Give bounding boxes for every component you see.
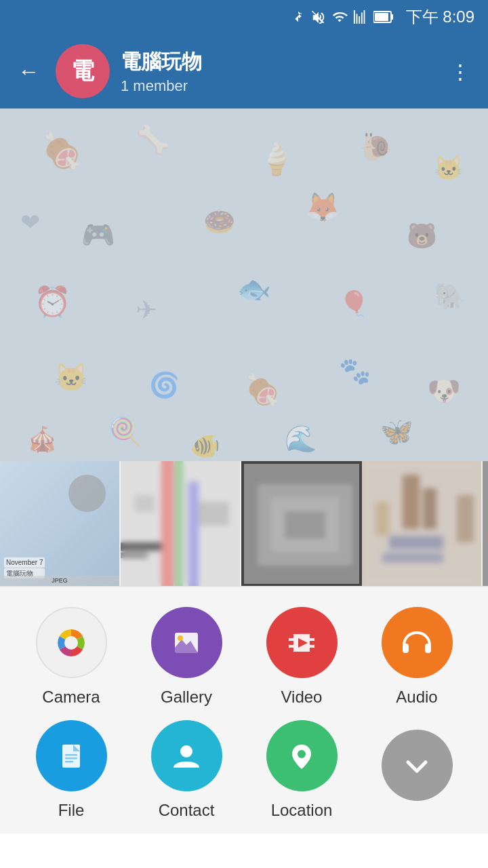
- photo-strip[interactable]: November 7 電腦玩物 JPEG: [0, 461, 488, 587]
- contact-button[interactable]: Contact: [134, 720, 239, 820]
- photo-thumb-3[interactable]: [241, 461, 362, 587]
- svg-rect-68: [65, 754, 77, 756]
- svg-rect-60: [310, 648, 314, 652]
- video-button[interactable]: Video: [249, 607, 354, 707]
- more-button[interactable]: [365, 730, 470, 810]
- camera-button[interactable]: Camera: [19, 607, 124, 707]
- video-label: Video: [281, 688, 323, 707]
- thumb-circle: [68, 475, 106, 512]
- svg-text:🐱: 🐱: [434, 154, 464, 182]
- file-icon-circle: [36, 720, 107, 791]
- svg-text:🎮: 🎮: [81, 218, 115, 251]
- status-bar: 下午 8:09: [0, 0, 488, 34]
- contact-icon: [167, 736, 206, 776]
- svg-point-75: [397, 746, 436, 785]
- camera-label: Camera: [42, 688, 100, 707]
- svg-rect-59: [310, 641, 314, 645]
- svg-rect-56: [289, 641, 293, 645]
- chat-title: 電腦玩物: [121, 48, 434, 76]
- svg-text:🍖: 🍖: [41, 131, 83, 172]
- gallery-button[interactable]: Gallery: [134, 607, 239, 707]
- svg-text:✈: ✈: [136, 296, 157, 324]
- header-info: 電腦玩物 1 member: [121, 48, 434, 95]
- wifi-icon: [331, 9, 348, 24]
- svg-text:🎈: 🎈: [339, 289, 369, 318]
- chat-area: 🍖 🦴 🍦 🐌 🐱 ❤ 🎮 🍩 🦊 🐻 ⏰ ✈ 🐟 🎈 🐘 🐱 🌀 🍖 🐾 🐶 …: [0, 108, 488, 461]
- location-icon-circle: [266, 720, 338, 791]
- action-row-2: File Contact: [14, 720, 474, 820]
- svg-text:🐾: 🐾: [339, 355, 371, 387]
- gallery-label: Gallery: [161, 688, 212, 707]
- video-icon: [282, 623, 321, 663]
- file-button[interactable]: File: [19, 720, 124, 820]
- avatar[interactable]: 電: [56, 44, 110, 98]
- svg-text:🦴: 🦴: [136, 123, 169, 156]
- back-button[interactable]: ←: [12, 54, 45, 90]
- photo-thumb-4[interactable]: [362, 461, 483, 587]
- gallery-icon-circle: [151, 607, 222, 678]
- svg-text:🦋: 🦋: [380, 415, 413, 448]
- svg-text:🎪: 🎪: [27, 425, 58, 454]
- svg-point-48: [64, 636, 78, 650]
- svg-text:🌀: 🌀: [149, 370, 180, 399]
- svg-text:🍭: 🍭: [108, 415, 142, 448]
- svg-text:❤: ❤: [20, 209, 40, 235]
- location-button[interactable]: Location: [249, 720, 354, 820]
- status-time: 下午 8:09: [406, 6, 474, 28]
- svg-text:🐠: 🐠: [190, 431, 220, 460]
- file-label: File: [58, 801, 85, 820]
- more-button[interactable]: ⋮: [445, 54, 476, 89]
- svg-rect-69: [65, 757, 77, 760]
- svg-text:🍩: 🍩: [203, 206, 236, 237]
- svg-rect-55: [289, 634, 293, 638]
- audio-icon: [397, 623, 436, 663]
- contact-icon-circle: [151, 720, 222, 791]
- battery-icon: [373, 9, 394, 24]
- chat-header: ← 電 電腦玩物 1 member ⋮: [0, 34, 488, 108]
- svg-point-74: [298, 750, 306, 758]
- svg-point-72: [180, 745, 192, 757]
- action-row-1: Camera Gallery: [14, 607, 474, 707]
- bluetooth-icon: [291, 9, 306, 24]
- svg-point-52: [178, 635, 183, 641]
- svg-rect-57: [289, 648, 293, 652]
- svg-rect-66: [62, 745, 80, 768]
- audio-icon-circle: [382, 607, 453, 678]
- chat-background-pattern: 🍖 🦴 🍦 🐌 🐱 ❤ 🎮 🍩 🦊 🐻 ⏰ ✈ 🐟 🎈 🐘 🐱 🌀 🍖 🐾 🐶 …: [0, 108, 488, 461]
- svg-rect-2: [375, 13, 388, 21]
- svg-text:🐟: 🐟: [237, 273, 271, 305]
- svg-rect-70: [65, 761, 73, 763]
- location-icon: [282, 736, 321, 776]
- svg-text:🌊: 🌊: [285, 423, 317, 454]
- photo-thumb-1[interactable]: November 7 電腦玩物 JPEG: [0, 461, 121, 587]
- svg-rect-58: [310, 634, 314, 638]
- svg-text:🐌: 🐌: [359, 130, 393, 163]
- svg-text:🐶: 🐶: [427, 374, 461, 407]
- member-count: 1 member: [121, 77, 434, 95]
- svg-rect-63: [403, 644, 409, 653]
- audio-label: Audio: [396, 688, 437, 707]
- svg-text:🦊: 🦊: [305, 191, 341, 224]
- audio-button[interactable]: Audio: [365, 607, 470, 707]
- svg-rect-1: [391, 14, 393, 20]
- signal-icon: [353, 9, 368, 24]
- svg-text:🐱: 🐱: [54, 361, 88, 393]
- camera-icon-circle: [36, 607, 107, 678]
- mute-icon: [311, 9, 326, 24]
- action-grid: Camera Gallery: [0, 587, 488, 833]
- location-label: Location: [271, 801, 333, 820]
- more-icon-circle: [382, 730, 453, 801]
- svg-text:🐘: 🐘: [434, 281, 466, 312]
- svg-text:⏰: ⏰: [34, 284, 71, 319]
- status-icons: 下午 8:09: [291, 6, 474, 28]
- contact-label: Contact: [159, 801, 215, 820]
- chevron-down-icon: [397, 746, 436, 785]
- photo-thumb-5[interactable]: [483, 461, 488, 587]
- camera-icon: [51, 623, 92, 663]
- photo-thumb-2[interactable]: [121, 461, 241, 587]
- svg-text:🐻: 🐻: [407, 221, 437, 250]
- svg-text:🍖: 🍖: [244, 372, 281, 408]
- svg-text:🍦: 🍦: [258, 141, 296, 178]
- file-icon: [52, 736, 91, 776]
- video-icon-circle: [266, 607, 338, 678]
